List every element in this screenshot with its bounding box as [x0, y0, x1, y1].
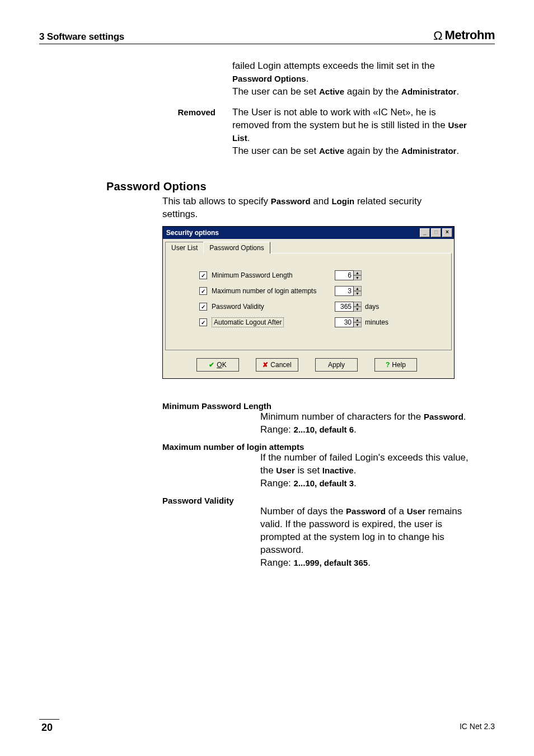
window-titlebar: Security options _ □ ×: [163, 227, 454, 239]
window-title: Security options: [166, 229, 219, 237]
option-value-input[interactable]: [335, 286, 354, 296]
option-label: Password Validity: [212, 303, 335, 311]
checkbox[interactable]: ✓: [199, 303, 207, 311]
question-icon: ?: [386, 361, 390, 369]
checkbox[interactable]: ✓: [199, 318, 207, 326]
spin-down-icon[interactable]: ▼: [354, 322, 362, 327]
security-options-screenshot: Security options _ □ × User ListPassword…: [162, 226, 495, 379]
definition-body: Minimum number of characters for the Pas…: [260, 411, 484, 436]
spin-up-icon[interactable]: ▲: [354, 317, 362, 322]
security-options-window: Security options _ □ × User ListPassword…: [162, 226, 455, 379]
tab-password-options[interactable]: Password Options: [203, 242, 270, 253]
option-row: ✓Password Validity▲▼days: [199, 302, 440, 312]
check-icon: ✔: [209, 361, 214, 369]
option-label: Automatic Logout After: [212, 318, 335, 326]
definition-body: Number of days the Password of a User re…: [260, 505, 484, 570]
definition-block: RemovedThe User is not able to work with…: [39, 106, 495, 158]
brand-logo: Ω Metrohm: [433, 28, 495, 43]
spin-up-icon[interactable]: ▲: [354, 302, 362, 307]
spin-down-icon[interactable]: ▼: [354, 291, 362, 296]
spin-up-icon[interactable]: ▲: [354, 286, 362, 291]
option-value-input[interactable]: [335, 302, 354, 312]
page-header: 3 Software settings Ω Metrohm: [39, 28, 495, 44]
checkbox[interactable]: ✓: [199, 287, 207, 295]
definition-block: failed Login attempts exceeds the limit …: [39, 60, 495, 98]
option-label: Minimum Password Length: [212, 271, 335, 279]
section-heading: Password Options: [106, 180, 495, 193]
tab-row: User ListPassword Options: [165, 241, 452, 253]
option-row: ✓Maximum number of login attempts▲▼: [199, 286, 440, 296]
option-unit: days: [365, 303, 379, 311]
definition-term: Maximum number of login attempts: [162, 442, 495, 452]
product-name: IC Net 2.3: [460, 722, 495, 731]
tab-user-list[interactable]: User List: [165, 242, 204, 253]
option-value-input[interactable]: [335, 317, 354, 327]
help-button[interactable]: ? Help: [374, 358, 417, 372]
spin-up-icon[interactable]: ▲: [354, 270, 362, 275]
cancel-button[interactable]: ✘ Cancel: [256, 358, 298, 372]
section-intro: This tab allows to specify Password and …: [162, 195, 444, 221]
page-number: 20: [39, 719, 59, 734]
definition-term: Removed: [39, 106, 232, 158]
apply-button[interactable]: Apply: [315, 358, 358, 372]
definition-term: Minimum Password Length: [162, 401, 495, 411]
x-icon: ✘: [263, 361, 268, 369]
option-label: Maximum number of login attempts: [212, 287, 335, 295]
spin-down-icon[interactable]: ▼: [354, 275, 362, 280]
ok-button[interactable]: ✔ OK: [196, 358, 239, 372]
option-value-input[interactable]: [335, 270, 354, 280]
option-row: ✓Automatic Logout After▲▼minutes: [199, 317, 440, 327]
maximize-icon[interactable]: □: [431, 228, 441, 237]
password-options-panel: ✓Minimum Password Length▲▼✓Maximum numbe…: [165, 253, 452, 350]
option-unit: minutes: [365, 318, 388, 326]
option-row: ✓Minimum Password Length▲▼: [199, 270, 440, 280]
minimize-icon[interactable]: _: [420, 228, 430, 237]
definition-term: [39, 60, 232, 98]
section-label: 3 Software settings: [39, 31, 124, 43]
checkbox[interactable]: ✓: [199, 271, 207, 279]
definition-body: If the number of failed Login's exceeds …: [260, 452, 484, 490]
definition-body: failed Login attempts exceeds the limit …: [232, 60, 473, 98]
definition-term: Password Validity: [162, 496, 495, 505]
spin-down-icon[interactable]: ▼: [354, 307, 362, 312]
close-icon[interactable]: ×: [442, 228, 452, 237]
definition-body: The User is not able to work with «IC Ne…: [232, 106, 473, 158]
brand-text: Metrohm: [445, 28, 495, 43]
omega-icon: Ω: [433, 30, 442, 42]
